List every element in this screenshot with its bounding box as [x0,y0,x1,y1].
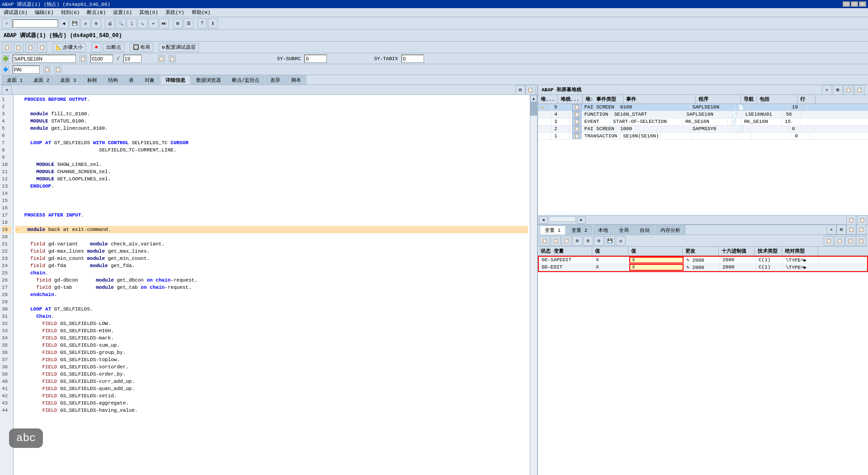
vars-tb-icon3[interactable]: 📋 [845,236,855,246]
cs-nav [738,133,751,139]
minimize-button[interactable]: ─ [843,1,850,7]
layout-icon: 🔲 [133,44,139,50]
cs-scroll-right[interactable]: ▶ [577,216,586,224]
step-size-button[interactable]: 📐 步骤大小 [52,43,86,52]
stop-icon[interactable]: ■ [91,42,101,52]
scroll-track[interactable] [530,102,537,475]
tab-diff[interactable]: 差异 [265,75,285,85]
tab-structure[interactable]: 结构 [103,75,123,85]
tab-script[interactable]: 脚本 [286,75,306,85]
th-stack2: 堆栈... [558,95,583,103]
menu-breakpoint[interactable]: 断点(B) [85,9,108,16]
vars-panel-icon[interactable]: 📋 [846,225,856,235]
code-scrollbar-vertical[interactable]: ▲ ▼ [530,95,537,475]
program-field[interactable] [13,55,76,63]
event-type-field[interactable] [13,66,40,74]
vars-close-icon[interactable]: ✕ [826,225,836,235]
tab-detail[interactable]: 详细信息 [160,75,190,85]
vars-tb-8[interactable]: ↺ [616,236,626,246]
menu-help[interactable]: 帮助(H) [190,9,212,16]
step1-icon[interactable]: ⤵ [127,19,137,28]
vars-tab-local[interactable]: 本地 [593,226,613,235]
cs-icon-a[interactable]: 📋 [846,215,856,225]
scroll-thumb[interactable] [530,102,537,116]
config-button[interactable]: ⚙ 配置调试器层 [159,43,199,52]
sytabix-field[interactable] [401,55,424,63]
code-expand-icon[interactable]: ⊞ [515,85,525,95]
print-icon[interactable]: 🖨 [105,19,115,28]
info-icon[interactable]: ℹ [208,19,218,28]
debug-icon1[interactable]: 📋 [2,42,12,52]
vars-tb-2[interactable]: 📋 [551,236,561,246]
menu-settings[interactable]: 设置(S) [111,9,134,16]
menu-edit[interactable]: 编辑(E) [33,9,56,16]
cs-close-icon[interactable]: ✕ [822,85,832,95]
vars-tb-1[interactable]: 📋 [540,236,550,246]
check-icon[interactable]: ✓ [2,19,12,28]
cs-icon-b[interactable]: 📋 [857,215,867,225]
back-icon[interactable]: ◀ [59,19,69,28]
tab-label[interactable]: 标框 [82,75,102,85]
vars-tb-icon2[interactable]: 📋 [835,236,844,246]
cs-scroll-left[interactable]: ◀ [539,216,548,224]
menu-other[interactable]: 其他(O) [137,9,160,16]
menu-system[interactable]: 系统(Y) [164,9,186,16]
sysubrc-field[interactable] [304,55,327,63]
layout-button[interactable]: 🔲 布局 [130,43,153,52]
vars-expand-icon[interactable]: ⊞ [836,225,846,235]
vars-tb-7[interactable]: 💾 [605,236,615,246]
vars-tb-6[interactable]: ⚙ [594,236,604,246]
menu-debugger[interactable]: 调试器(D) [2,9,29,16]
save-icon[interactable]: 💾 [70,19,80,28]
tab-desktop3[interactable]: 桌面 3 [55,75,81,85]
vars-tb-4[interactable]: ⚙ [572,236,582,246]
vars-tb-icon4[interactable]: 📋 [856,236,866,246]
vars-icon2[interactable]: 📋 [856,225,866,235]
refresh-icon[interactable]: ↺ [80,19,90,28]
tab-desktop1[interactable]: 桌面 1 [2,75,28,85]
screen-field[interactable] [90,55,113,63]
close-button[interactable]: ✕ [859,1,866,7]
execute-icon[interactable]: ⚙ [91,19,101,28]
vars-tb-5[interactable]: ⚙ [583,236,593,246]
cs-program: SAPMSSY0 [690,126,735,132]
cs-expand-icon[interactable]: ⊞ [833,85,843,95]
vth-type: 技术类型 [755,247,782,255]
tab-object[interactable]: 对象 [140,75,160,85]
vars-tab-auto[interactable]: 自动 [635,226,655,235]
debug-icon4[interactable]: 📋 [37,42,47,52]
debug-icon3[interactable]: 📋 [25,42,35,52]
breakpoint-button[interactable]: 出断点 [103,43,124,52]
tab-desktop2[interactable]: 桌面 2 [28,75,54,85]
code-panel-icon[interactable]: 📋 [525,85,535,95]
cs-panel-icon[interactable]: 📋 [844,85,854,95]
vr-val2[interactable]: X [629,257,684,263]
vars-tab-memory[interactable]: 内存分析 [656,226,685,235]
screen-num-field[interactable] [123,55,142,63]
scroll-up-btn[interactable]: ▲ [530,95,537,102]
maximize-button[interactable]: □ [851,1,858,7]
vars-tb-icon1[interactable]: 📋 [824,236,834,246]
vars-tb-3[interactable]: 📋 [561,236,571,246]
vars-tab-global[interactable]: 全局 [614,226,634,235]
program-input[interactable] [13,19,58,28]
list-icon[interactable]: ☰ [184,19,193,28]
tab-browser[interactable]: 数据浏览器 [191,75,226,85]
vars-tab-1[interactable]: 变量 1 [540,226,566,235]
grid-icon[interactable]: ⊞ [173,19,183,28]
menu-goto[interactable]: 转到(G) [59,9,82,16]
step4-icon[interactable]: ⏭ [159,19,169,28]
step2-icon[interactable]: ↘ [137,19,147,28]
cs-icon2[interactable]: 📋 [854,85,864,95]
vr-val2[interactable]: X [629,264,684,271]
tab-breakpoint[interactable]: 断点/监控点 [227,75,265,85]
step3-icon[interactable]: ↩ [148,19,158,28]
code-content[interactable]: PROCESS BEFORE OUTPUT. module fill_tc_01… [14,95,530,475]
find-icon[interactable]: 🔍 [116,19,126,28]
vars-tab-2[interactable]: 变量 2 [566,226,592,235]
tab-table[interactable]: 表 [124,75,139,85]
debug-icon2[interactable]: 📋 [14,42,24,52]
cs-stack2: 4 [552,111,570,118]
help2-icon[interactable]: ? [197,19,207,28]
code-close-icon[interactable]: ✕ [2,85,12,95]
